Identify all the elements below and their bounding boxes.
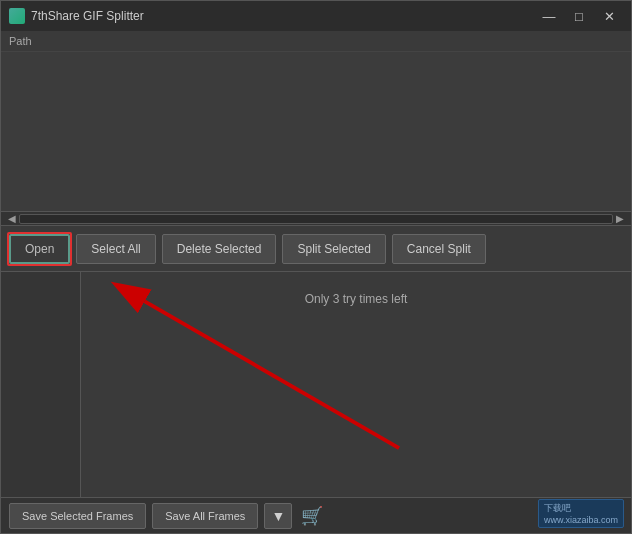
app-icon xyxy=(9,8,25,24)
scroll-left-arrow[interactable]: ◀ xyxy=(5,212,19,226)
try-message: Only 3 try times left xyxy=(305,292,408,306)
select-all-button[interactable]: Select All xyxy=(76,234,155,264)
path-label: Path xyxy=(9,35,32,47)
save-selected-frames-button[interactable]: Save Selected Frames xyxy=(9,503,146,529)
window-controls: — □ ✕ xyxy=(535,6,623,26)
cart-button[interactable]: 🛒 xyxy=(298,503,326,529)
delete-selected-button[interactable]: Delete Selected xyxy=(162,234,277,264)
watermark-line2: www.xiazaiba.com xyxy=(544,515,618,525)
open-button[interactable]: Open xyxy=(9,234,70,264)
cart-icon: 🛒 xyxy=(301,505,323,527)
split-selected-button[interactable]: Split Selected xyxy=(282,234,385,264)
cancel-split-button[interactable]: Cancel Split xyxy=(392,234,486,264)
minimize-button[interactable]: — xyxy=(535,6,563,26)
bottom-bar: Save Selected Frames Save All Frames ▼ 🛒… xyxy=(1,497,631,533)
watermark: 下载吧 www.xiazaiba.com xyxy=(538,499,624,528)
svg-line-1 xyxy=(145,301,399,448)
frames-area: Only 3 try times left xyxy=(1,272,631,497)
save-all-frames-button[interactable]: Save All Frames xyxy=(152,503,258,529)
title-bar: 7thShare GIF Splitter — □ ✕ xyxy=(1,1,631,31)
scrollbar-track[interactable] xyxy=(19,214,613,224)
scroll-right-arrow[interactable]: ▶ xyxy=(613,212,627,226)
frames-main: Only 3 try times left xyxy=(81,272,631,497)
frame-sidebar xyxy=(1,272,81,497)
window-title: 7thShare GIF Splitter xyxy=(31,9,535,23)
path-bar: Path xyxy=(1,31,631,52)
toolbar: Open Select All Delete Selected Split Se… xyxy=(1,226,631,272)
close-button[interactable]: ✕ xyxy=(595,6,623,26)
gif-preview-area xyxy=(1,52,631,212)
scrollbar-container: ◀ ▶ xyxy=(1,212,631,226)
dropdown-button[interactable]: ▼ xyxy=(264,503,292,529)
main-window: 7thShare GIF Splitter — □ ✕ Path ◀ ▶ Ope… xyxy=(0,0,632,534)
watermark-line1: 下载吧 xyxy=(544,502,618,515)
maximize-button[interactable]: □ xyxy=(565,6,593,26)
dropdown-icon: ▼ xyxy=(271,508,285,524)
